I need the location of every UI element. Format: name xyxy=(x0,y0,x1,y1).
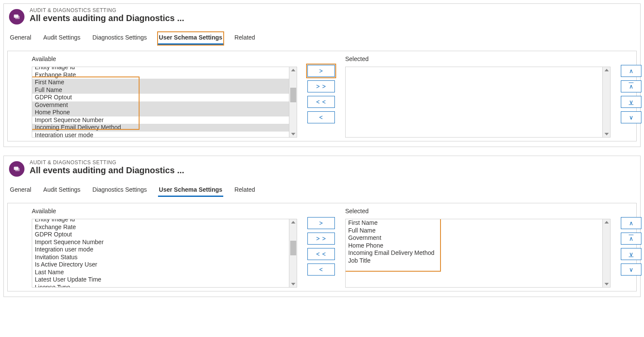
selected-listbox[interactable] xyxy=(345,67,603,138)
svg-rect-3 xyxy=(15,168,20,172)
scroll-up-icon[interactable] xyxy=(291,69,295,71)
scroll-up-icon[interactable] xyxy=(291,221,295,224)
page-title: All events auditing and Diagnostics ... xyxy=(30,13,184,23)
available-scrollbar[interactable] xyxy=(289,219,297,288)
available-column: Available Entity Image Id Exchange Rate … xyxy=(32,55,297,138)
list-item[interactable]: Exchange Rate xyxy=(32,224,289,231)
selected-listbox[interactable]: First Name Full Name Government Home Pho… xyxy=(345,219,603,288)
tab-related[interactable]: Related xyxy=(234,184,256,197)
available-column: Available Entity Image Id Exchange Rate … xyxy=(32,208,297,288)
selected-scrollbar[interactable] xyxy=(603,67,611,138)
transfer-buttons: > > > < < < xyxy=(307,217,335,276)
add-button[interactable]: > xyxy=(307,65,335,77)
list-item[interactable]: Entity Image Id xyxy=(32,219,289,224)
page-title: All events auditing and Diagnostics ... xyxy=(30,165,184,175)
remove-all-button[interactable]: < < xyxy=(307,96,335,108)
scroll-down-icon[interactable] xyxy=(605,283,609,285)
remove-all-button[interactable]: < < xyxy=(307,248,335,260)
list-item[interactable]: First Name xyxy=(32,79,289,86)
available-listbox[interactable]: Entity Image Id Exchange Rate GDPR Optou… xyxy=(32,219,289,288)
available-listbox[interactable]: Entity Image Id Exchange Rate First Name… xyxy=(32,67,289,138)
selected-column: Selected First Name Full Name Government… xyxy=(345,208,611,288)
list-item[interactable]: GDPR Optout xyxy=(32,231,289,239)
page-eyebrow: AUDIT & DIAGNOSTICS SETTING xyxy=(30,7,184,13)
add-all-button[interactable]: > > xyxy=(307,80,335,92)
schema-picker: Available Entity Image Id Exchange Rate … xyxy=(7,203,637,291)
remove-button[interactable]: < xyxy=(307,111,335,123)
list-item[interactable]: First Name xyxy=(346,219,602,227)
scroll-up-icon[interactable] xyxy=(605,69,609,71)
list-item[interactable]: Home Phone xyxy=(32,109,289,116)
tab-general[interactable]: General xyxy=(9,32,32,45)
add-button[interactable]: > xyxy=(307,217,335,229)
list-item[interactable]: Latest User Update Time xyxy=(32,276,289,284)
move-top-button[interactable]: ∧ xyxy=(621,233,641,245)
available-label: Available xyxy=(32,208,297,214)
list-item[interactable]: Home Phone xyxy=(346,242,602,250)
tab-general[interactable]: General xyxy=(9,184,32,197)
list-item[interactable]: Last Name xyxy=(32,269,289,276)
tab-strip: General Audit Settings Diagnostics Setti… xyxy=(7,177,637,199)
available-label: Available xyxy=(32,55,297,62)
tab-user-schema-settings[interactable]: User Schema Settings xyxy=(158,32,223,45)
add-all-button[interactable]: > > xyxy=(307,233,335,245)
list-item[interactable]: Full Name xyxy=(346,227,602,235)
schema-picker: Available Entity Image Id Exchange Rate … xyxy=(7,51,637,141)
list-item[interactable]: Entity Image Id xyxy=(32,67,289,71)
list-item[interactable]: Import Sequence Number xyxy=(32,116,289,124)
reorder-buttons: ∧ ∧ ∨ ∨ xyxy=(621,217,641,276)
audit-panel-before: AUDIT & DIAGNOSTICS SETTING All events a… xyxy=(3,3,641,147)
selected-label: Selected xyxy=(345,55,611,62)
list-item[interactable]: Invitation Status xyxy=(32,254,289,261)
list-item[interactable]: Is Active Directory User xyxy=(32,261,289,269)
tab-related[interactable]: Related xyxy=(234,32,256,45)
tab-diagnostics-settings[interactable]: Diagnostics Settings xyxy=(91,184,148,197)
list-item[interactable]: Integration user mode xyxy=(32,246,289,254)
move-down-button[interactable]: ∨ xyxy=(621,263,641,276)
page-eyebrow: AUDIT & DIAGNOSTICS SETTING xyxy=(30,159,184,165)
list-item[interactable]: Full Name xyxy=(32,86,289,94)
move-top-button[interactable]: ∧ xyxy=(621,80,641,92)
remove-button[interactable]: < xyxy=(307,263,335,276)
list-item[interactable]: Import Sequence Number xyxy=(32,239,289,246)
selected-label: Selected xyxy=(345,208,611,214)
list-item[interactable]: Exchange Rate xyxy=(32,71,289,79)
page-header: AUDIT & DIAGNOSTICS SETTING All events a… xyxy=(7,7,637,25)
scroll-down-icon[interactable] xyxy=(291,283,295,285)
scroll-up-icon[interactable] xyxy=(605,221,609,224)
audit-icon xyxy=(9,9,24,25)
tab-audit-settings[interactable]: Audit Settings xyxy=(43,184,81,197)
move-down-button[interactable]: ∨ xyxy=(621,111,641,123)
list-item[interactable]: Integration user mode xyxy=(32,132,289,138)
move-up-button[interactable]: ∧ xyxy=(621,217,641,229)
page-header: AUDIT & DIAGNOSTICS SETTING All events a… xyxy=(7,159,637,177)
list-item[interactable]: GDPR Optout xyxy=(32,94,289,101)
tab-user-schema-settings[interactable]: User Schema Settings xyxy=(158,184,223,197)
selected-scrollbar[interactable] xyxy=(603,219,611,288)
list-item[interactable]: Government xyxy=(32,101,289,109)
list-item[interactable]: Government xyxy=(346,234,602,242)
scroll-down-icon[interactable] xyxy=(605,133,609,135)
list-item[interactable]: Incoming Email Delivery Method xyxy=(346,249,602,257)
list-item[interactable]: License Type xyxy=(32,284,289,288)
list-item[interactable]: Incoming Email Delivery Method xyxy=(32,124,289,132)
list-item[interactable]: Job Title xyxy=(346,257,602,265)
tab-audit-settings[interactable]: Audit Settings xyxy=(43,32,81,45)
audit-icon xyxy=(9,161,24,177)
reorder-buttons: ∧ ∧ ∨ ∨ xyxy=(621,65,641,123)
move-bottom-button[interactable]: ∨ xyxy=(621,248,641,260)
selected-column: Selected xyxy=(345,55,611,138)
scroll-thumb[interactable] xyxy=(290,88,296,102)
scroll-thumb[interactable] xyxy=(290,241,296,255)
move-up-button[interactable]: ∧ xyxy=(621,65,641,77)
tab-strip: General Audit Settings Diagnostics Setti… xyxy=(7,25,637,46)
transfer-buttons: > > > < < < xyxy=(307,65,335,123)
tab-diagnostics-settings[interactable]: Diagnostics Settings xyxy=(91,32,148,45)
scroll-down-icon[interactable] xyxy=(291,133,295,135)
svg-rect-1 xyxy=(15,16,20,19)
audit-panel-after: AUDIT & DIAGNOSTICS SETTING All events a… xyxy=(3,156,641,297)
move-bottom-button[interactable]: ∨ xyxy=(621,96,641,108)
available-scrollbar[interactable] xyxy=(289,67,297,138)
